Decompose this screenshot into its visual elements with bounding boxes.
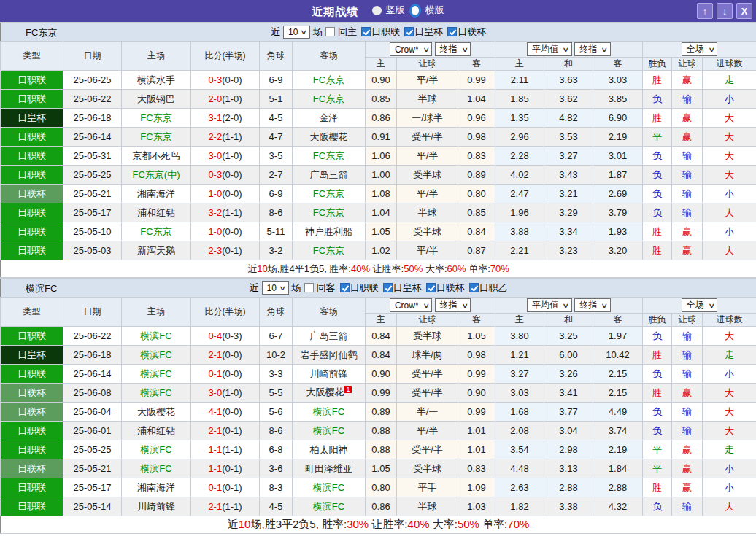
crow-away-odds: 0.99: [458, 71, 495, 90]
same-away-checkbox[interactable]: [304, 283, 314, 292]
fulltime-score: 2-2: [208, 131, 222, 142]
subcol-crow-home: 主: [366, 314, 397, 327]
result-winloss: 负: [643, 203, 672, 222]
match-row: 日联杯25-05-21湘南海洋1-0(0-0)6-9FC东京1.08平/半0.8…: [1, 185, 756, 203]
crow-away-odds: 0.85: [458, 203, 495, 222]
average-select[interactable]: 平均值∨: [527, 42, 572, 56]
final-index-value: 终指: [440, 299, 458, 311]
chevron-down-icon: ∨: [601, 46, 609, 53]
corner-count: 6-8: [260, 440, 293, 459]
away-team-name: 金泽: [320, 112, 339, 123]
halftime-score: (1-0): [222, 93, 242, 104]
league-filter: 日联杯: [426, 281, 465, 295]
league-checkbox[interactable]: [447, 27, 457, 36]
col-header-score: 比分(半场): [191, 42, 260, 71]
crow-handicap: 半/一: [397, 403, 458, 422]
league-type-badge: 日职联: [1, 203, 63, 222]
league-checkbox[interactable]: [426, 283, 436, 292]
corner-count: 3-5: [260, 147, 293, 166]
avg-draw-odds: 2.88: [544, 478, 593, 497]
subcol-handicap: 让球: [397, 314, 458, 327]
match-date: 25-06-01: [63, 422, 122, 440]
team-name: FC东京: [26, 26, 57, 39]
match-row: 日职联25-06-14FC东京2-2(1-1)4-7大阪樱花0.91受平/半0.…: [1, 128, 756, 147]
recent-count-select[interactable]: 10∨: [283, 26, 310, 39]
close-button[interactable]: X: [736, 3, 752, 19]
result-winloss: 负: [643, 147, 672, 166]
col-header-home: 主场: [122, 298, 191, 327]
subcol-crow-away: 客: [458, 58, 495, 71]
recent-count-select[interactable]: 10∨: [262, 281, 289, 295]
crow-select-value: Crow*: [395, 44, 419, 55]
result-winloss: 平: [643, 128, 672, 147]
horizontal-layout-label[interactable]: 横版: [425, 4, 444, 17]
home-team: 湘南海洋: [122, 185, 191, 203]
result-handicap: 输: [672, 147, 703, 166]
near-label: 近: [271, 26, 280, 39]
fulltime-select[interactable]: 全场∨: [682, 298, 718, 312]
filter-controls: 近 10∨ 场 同客 日职联日皇杯日联杯日职乙: [250, 281, 508, 295]
match-row: 日职联25-06-25横滨水手0-3(0-0)6-9FC东京0.90平/半0.9…: [1, 71, 756, 90]
league-checkbox-label: 日皇杯: [414, 26, 443, 39]
crow-away-odds: 0.89: [458, 166, 495, 185]
crow-handicap: 球半/两: [397, 346, 458, 365]
same-home-checkbox[interactable]: [325, 27, 335, 36]
final-index-select[interactable]: 终指∨: [435, 42, 471, 56]
final-index-select-2[interactable]: 终指∨: [574, 298, 611, 312]
avg-home-odds: 1.21: [495, 346, 544, 365]
corner-count: 8-3: [260, 478, 293, 497]
scroll-down-button[interactable]: ↓: [717, 3, 733, 19]
matches-label: 场: [292, 281, 301, 295]
league-checkbox[interactable]: [361, 27, 371, 36]
summary-part: 30%: [347, 518, 369, 530]
league-checkbox-label: 日职联: [371, 26, 400, 39]
subcol-winloss: 胜负: [643, 314, 672, 327]
result-winloss: 负: [643, 185, 672, 203]
chevron-down-icon: ∨: [279, 284, 286, 292]
result-goals: 小: [703, 365, 756, 384]
crow-handicap: 受平/半: [397, 365, 458, 384]
home-team: FC东京(中): [122, 166, 191, 185]
league-checkbox[interactable]: [340, 283, 350, 292]
recent-results-dialog: 近期战绩 竖版 横版 ↑ ↓ X FC东京: [0, 0, 756, 536]
league-checkbox[interactable]: [404, 27, 414, 36]
corner-count: 3-6: [260, 459, 293, 478]
final-index-select[interactable]: 终指∨: [435, 298, 471, 312]
away-team-name: FC东京: [313, 245, 344, 256]
crow-away-odds: 0.83: [458, 459, 495, 478]
fulltime-score: 3-0: [208, 387, 222, 398]
score-cell: 1-0(0-0): [191, 222, 260, 241]
match-date: 25-05-31: [63, 147, 122, 166]
home-team: 横滨水手: [122, 71, 191, 90]
chevron-down-icon: ∨: [461, 46, 468, 53]
home-team: 横滨FC: [122, 384, 191, 403]
match-date: 25-05-25: [63, 440, 122, 459]
fulltime-select[interactable]: 全场∨: [682, 42, 718, 56]
scroll-up-button[interactable]: ↑: [697, 3, 713, 19]
fulltime-score: 2-0: [208, 93, 222, 104]
match-row: 日职联25-06-01浦和红钻2-1(0-1)8-6横滨FC0.88平/半1.0…: [1, 422, 756, 440]
league-checkbox-label: 日职联: [350, 281, 379, 295]
result-goals: 小: [703, 90, 756, 109]
league-checkbox[interactable]: [469, 283, 479, 292]
crow-select[interactable]: Crow*∨: [390, 298, 432, 312]
horizontal-layout-radio[interactable]: [409, 4, 421, 18]
away-team-name: 横滨FC: [313, 501, 344, 512]
league-checkbox[interactable]: [383, 283, 393, 292]
vertical-layout-label[interactable]: 竖版: [386, 4, 405, 17]
vertical-layout-radio[interactable]: [372, 6, 382, 15]
average-select[interactable]: 平均值∨: [527, 298, 572, 312]
league-filter: 日职乙: [469, 281, 508, 295]
league-type-badge: 日联杯: [1, 403, 63, 422]
final-index-select-2[interactable]: 终指∨: [574, 42, 611, 56]
summary-part: 70%: [490, 263, 509, 274]
summary-row: 近10场,胜3平2负5, 胜率:30% 让胜率:40% 大率:50% 单率:70…: [1, 516, 756, 534]
crow-select[interactable]: Crow*∨: [390, 42, 432, 56]
result-goals: 小: [703, 222, 756, 241]
col-header-corner: 角球: [260, 298, 293, 327]
halftime-score: (1-1): [222, 207, 242, 218]
col-header-corner: 角球: [260, 42, 293, 71]
match-date: 25-06-08: [63, 384, 122, 403]
avg-away-odds: 3.74: [593, 422, 643, 440]
match-date: 25-05-21: [63, 185, 122, 203]
